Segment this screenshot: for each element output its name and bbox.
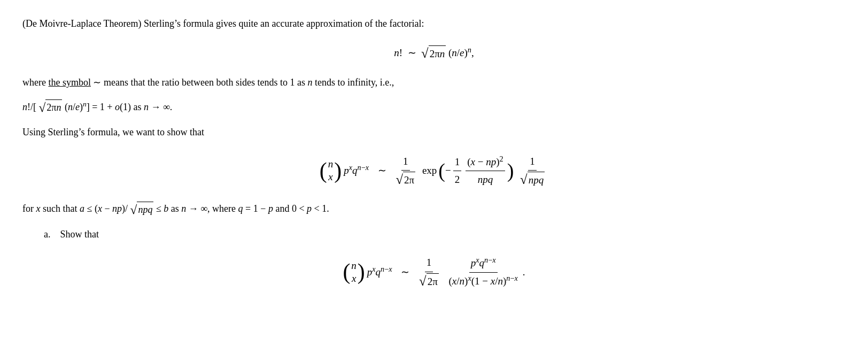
sqrt-ratio: √ 2πn bbox=[39, 99, 63, 116]
frac-den-npq: npq bbox=[476, 171, 495, 188]
frac-1-sqrt2pi: 1 √ 2π bbox=[394, 153, 417, 189]
frac-a-right-num: pxqn−x bbox=[469, 255, 498, 272]
frac-a-left: 1 √ 2π bbox=[417, 255, 440, 290]
left-paren-a: ( bbox=[343, 261, 350, 283]
frac-a-den: √ 2π bbox=[417, 272, 440, 290]
part-a-formula: ( n x ) pxqn−x ∼ 1 √ 2π pxqn−x bbox=[22, 255, 846, 290]
sqrt-content-a: 2π bbox=[427, 273, 439, 290]
intro-paragraph: (De Moivre-Laplace Theorem) Sterling’s f… bbox=[22, 16, 846, 32]
using-paragraph: Using Sterling’s formula, we want to sho… bbox=[22, 125, 846, 141]
frac-num-half: 1 bbox=[453, 154, 462, 171]
frac-den-sqrtnpq: √ npq bbox=[518, 171, 546, 188]
binom-x-a: x bbox=[352, 272, 356, 286]
ratio-formula: n!/[ √ 2πn (n/e)n] = 1 + o(1) as n → ∞. bbox=[22, 102, 172, 112]
part-a-text: Show that bbox=[60, 229, 99, 240]
frac-num-xnp: (x − np)2 bbox=[466, 154, 505, 171]
right-paren-binom: ) bbox=[334, 160, 342, 182]
sim-symbol-2: ∼ bbox=[399, 264, 413, 280]
binom-n-x: n x bbox=[328, 158, 334, 184]
frac-den-sqrt2pi: √ 2π bbox=[394, 171, 417, 188]
sqrt-radical: √ bbox=[421, 47, 429, 60]
sqrt-2pi: √ 2π bbox=[396, 172, 416, 188]
frac-den-2: 2 bbox=[453, 171, 462, 188]
sqrt-npq-inline: √ npq bbox=[130, 202, 154, 218]
right-paren-a: ) bbox=[358, 261, 365, 283]
binomial-coeff: ( n x ) bbox=[320, 158, 342, 184]
frac-half: 1 2 bbox=[453, 154, 462, 188]
binom-n: n bbox=[328, 158, 334, 171]
sqrt-sign-2pi: √ bbox=[396, 173, 404, 187]
using-text: Using Sterling’s formula, we want to sho… bbox=[22, 127, 204, 137]
underline-symbol: the symbol bbox=[48, 77, 91, 88]
big-right-paren: ) bbox=[507, 160, 514, 181]
frac-xnp-npq: (x − np)2 npq bbox=[466, 154, 505, 188]
sqrt-content-2pi: 2π bbox=[403, 172, 415, 188]
frac-num-1b: 1 bbox=[528, 153, 537, 171]
binom-x: x bbox=[328, 171, 332, 184]
sqrt-sign-inline: √ bbox=[130, 204, 137, 216]
sqrt-content-2pin: 2πn bbox=[429, 45, 446, 62]
sqrt-content-ratio: 2πn bbox=[45, 99, 62, 116]
where-text-1: where the symbol ∼ means that the ratio … bbox=[22, 77, 394, 88]
exp-label: exp bbox=[422, 163, 437, 179]
sqrt-sign-ratio: √ bbox=[39, 102, 46, 114]
big-left-paren: ( bbox=[438, 160, 445, 181]
px-qnx-a: pxqn−x bbox=[367, 264, 392, 280]
for-x-paragraph: for x such that a ≤ (x − np)/ √ npq ≤ b … bbox=[22, 201, 846, 218]
stirling-formula: n! ∼ √ 2πn (n/e)n, bbox=[22, 45, 846, 62]
frac-num-1: 1 bbox=[401, 153, 410, 171]
where-paragraph: where the symbol ∼ means that the ratio … bbox=[22, 75, 846, 91]
sqrt-npq: √ npq bbox=[520, 172, 545, 188]
binom-a: ( n x ) bbox=[343, 259, 365, 286]
sqrt-content-inline: npq bbox=[137, 202, 153, 218]
binom-inner-a: n x bbox=[351, 259, 356, 286]
stirling-math: n! ∼ √ 2πn (n/e)n, bbox=[394, 45, 474, 62]
for-x-text: for x such that a ≤ (x − np)/ √ npq ≤ b … bbox=[22, 203, 329, 214]
frac-1-sqrtnpq: 1 √ npq bbox=[518, 153, 546, 189]
sqrt-sign-a: √ bbox=[419, 275, 427, 288]
intro-text: (De Moivre-Laplace Theorem) Sterling’s f… bbox=[22, 18, 424, 29]
frac-a-right: pxqn−x (x/n)x(1 − x/n)n−x bbox=[447, 255, 520, 289]
frac-a-num: 1 bbox=[425, 255, 433, 272]
sqrt-2pin: √ 2πn bbox=[421, 45, 446, 62]
part-a: a. Show that bbox=[44, 227, 846, 242]
page-content: (De Moivre-Laplace Theorem) Sterling’s f… bbox=[22, 16, 846, 290]
sqrt-content-npq: npq bbox=[528, 172, 545, 188]
sim-symbol-1: ∼ bbox=[375, 163, 389, 179]
sqrt-sign-npq: √ bbox=[520, 173, 528, 187]
main-formula: ( n x ) pxqn−x ∼ 1 √ 2π exp ( bbox=[22, 153, 846, 189]
ratio-paragraph: n!/[ √ 2πn (n/e)n] = 1 + o(1) as n → ∞. bbox=[22, 99, 846, 116]
frac-a-right-den: (x/n)x(1 − x/n)n−x bbox=[447, 273, 520, 289]
part-a-label: a. bbox=[44, 229, 51, 240]
binom-n-a: n bbox=[351, 259, 356, 273]
sqrt-2pi-a: √ 2π bbox=[419, 273, 439, 290]
exp-argument: − 1 2 (x − np)2 npq bbox=[445, 154, 507, 188]
left-paren-binom: ( bbox=[320, 160, 327, 182]
px-qnx: pxqn−x bbox=[344, 163, 369, 179]
